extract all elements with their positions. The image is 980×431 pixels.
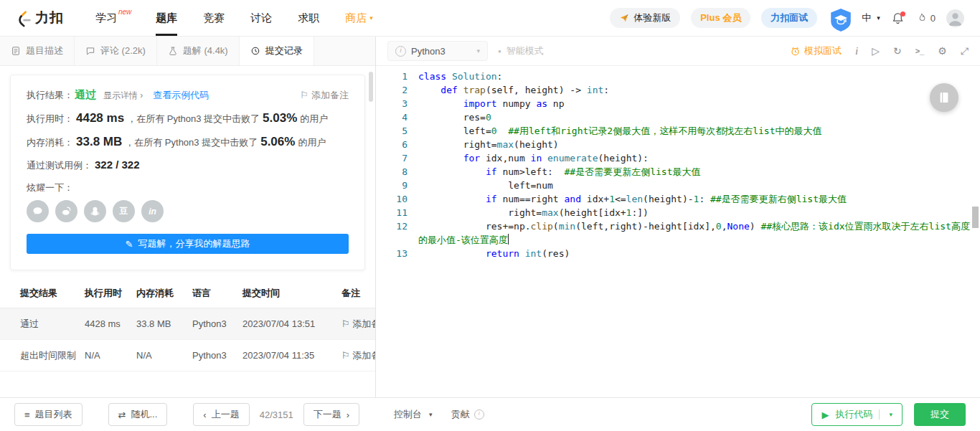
nav-item-jobs[interactable]: 求职 — [298, 0, 319, 36]
code-line-content[interactable]: if num==right and idx+1<=len(height)-1: … — [418, 192, 980, 206]
contribute-link[interactable]: 贡献 i — [451, 408, 484, 421]
code-line[interactable]: 10 if num==right and idx+1<=len(height)-… — [376, 192, 980, 206]
play-icon: ▶ — [821, 410, 829, 420]
submission-note-button[interactable]: ⚐ 添加备注 — [337, 340, 375, 371]
leetcode-interview-button[interactable]: 力扣面试 — [761, 8, 817, 28]
code-line[interactable]: 13 return int(res) — [376, 247, 980, 260]
code-line[interactable]: 4 res=0 — [376, 110, 980, 124]
daily-streak[interactable]: 0 — [915, 12, 936, 24]
prev-problem-label: 上一题 — [212, 408, 240, 421]
logo-text: 力扣 — [35, 9, 64, 27]
code-line[interactable]: 5 left=0 ##用left和right记录2侧最大值，这样不用每次都找左右… — [376, 124, 980, 138]
code-editor[interactable]: 1class Solution:2 def trap(self, height)… — [376, 66, 980, 397]
console-icon[interactable]: >_ — [915, 47, 925, 55]
code-line[interactable]: 9 left=num — [376, 179, 980, 192]
code-line-content[interactable]: res=0 — [418, 110, 980, 124]
left-panel-scrollbar[interactable] — [369, 72, 373, 102]
show-details-link[interactable]: 显示详情 › — [103, 90, 143, 102]
chevron-right-icon: › — [347, 410, 349, 420]
language-switcher[interactable]: 中 ▾ — [862, 11, 880, 24]
share-qq-button[interactable] — [84, 200, 106, 222]
leetcode-logo[interactable]: 力扣 — [14, 9, 64, 27]
tab-submissions[interactable]: 提交记录 — [240, 37, 314, 65]
editor-info-icon[interactable]: i — [855, 45, 858, 57]
submission-row[interactable]: 通过 4428 ms 33.8 MB Python3 2023/07/04 13… — [0, 308, 375, 340]
new-badge: new — [118, 8, 131, 16]
share-douban-button[interactable]: 豆 — [113, 200, 135, 222]
clock-icon — [250, 46, 260, 56]
share-wechat-button[interactable] — [27, 200, 49, 222]
submission-result[interactable]: 超出时间限制 — [0, 340, 80, 371]
problem-list-button[interactable]: ≡ 题目列表 — [14, 403, 83, 426]
top-navbar: 力扣 学习 new 题库 竞赛 讨论 求职 商店 ▾ — [0, 0, 980, 37]
chevron-down-icon: ▾ — [877, 14, 880, 22]
chevron-down-icon: ▾ — [429, 411, 433, 418]
submission-result[interactable]: 通过 — [0, 308, 80, 340]
code-line[interactable]: 7 for idx,num in enumerate(height): — [376, 151, 980, 165]
nav-item-store[interactable]: 商店 ▾ — [345, 0, 373, 36]
share-linkedin-button[interactable]: in — [141, 200, 164, 222]
editor-scrollbar[interactable] — [972, 207, 979, 228]
try-new-version-label: 体验新版 — [633, 11, 671, 24]
code-line-content[interactable]: right=max(height[idx+1:]) — [418, 206, 980, 219]
share-weibo-button[interactable] — [55, 200, 77, 222]
brag-label: 炫耀一下： — [27, 181, 73, 194]
plus-member-button[interactable]: Plus 会员 — [691, 8, 750, 28]
notebook-button[interactable] — [930, 83, 958, 112]
pencil-icon: ✎ — [126, 240, 133, 249]
code-line-content[interactable]: left=0 ##用left和right记录2侧最大值，这样不用每次都找左右li… — [418, 124, 980, 138]
tab-solutions[interactable]: 题解 (4.4k) — [157, 37, 240, 65]
code-line[interactable]: 3 import numpy as np — [376, 97, 980, 110]
run-icon[interactable]: ▷ — [872, 45, 880, 57]
code-line[interactable]: 12 res+=np.clip(min(left,right)-height[i… — [376, 219, 980, 247]
code-line-content[interactable]: def trap(self, height) -> int: — [418, 83, 980, 97]
add-note-button[interactable]: ⚐ 添加备注 — [300, 89, 349, 102]
code-line[interactable]: 1class Solution: — [376, 70, 980, 83]
submit-button[interactable]: 提交 — [914, 403, 966, 426]
user-avatar[interactable] — [946, 9, 964, 27]
text-cursor — [508, 234, 509, 245]
leetcode-logo-icon — [14, 9, 32, 27]
submission-language: Python3 — [188, 340, 238, 371]
editor-toolbar-actions: 模拟面试 i ▷ ↻ >_ ⚙ ⤢ — [790, 44, 969, 57]
nav-item-contest[interactable]: 竞赛 — [203, 0, 225, 36]
code-line-content[interactable]: return int(res) — [418, 247, 980, 260]
code-line-content[interactable]: res+=np.clip(min(left,right)-height[idx]… — [418, 219, 980, 247]
notifications-button[interactable] — [891, 11, 905, 25]
write-solution-button[interactable]: ✎ 写题解，分享我的解题思路 — [27, 234, 349, 254]
code-line-content[interactable]: right=max(height) — [418, 138, 980, 151]
study-plan-badge[interactable] — [828, 7, 854, 35]
random-problem-button[interactable]: ⇄ 随机... — [108, 403, 168, 426]
prev-problem-button[interactable]: ‹ 上一题 — [193, 403, 249, 426]
code-line-content[interactable]: if num>left: ##是否需要更新左侧list最大值 — [418, 165, 980, 179]
language-select[interactable]: i Python3 ▾ — [387, 41, 488, 61]
fullscreen-icon[interactable]: ⤢ — [961, 45, 969, 57]
streak-count: 0 — [930, 13, 936, 24]
code-line-content[interactable]: class Solution: — [418, 70, 980, 83]
tab-comments[interactable]: 评论 (2.2k) — [75, 37, 157, 65]
code-line[interactable]: 8 if num>left: ##是否需要更新左侧list最大值 — [376, 165, 980, 179]
reset-code-icon[interactable]: ↻ — [893, 45, 902, 57]
code-line[interactable]: 2 def trap(self, height) -> int: — [376, 83, 980, 97]
nav-item-learn[interactable]: 学习 new — [95, 0, 130, 36]
code-line-content[interactable]: for idx,num in enumerate(height): — [418, 151, 980, 165]
alarm-clock-icon — [790, 46, 801, 57]
settings-gear-icon[interactable]: ⚙ — [938, 45, 947, 57]
code-line[interactable]: 11 right=max(height[idx+1:]) — [376, 206, 980, 219]
smart-mode-indicator[interactable]: ● 智能模式 — [498, 44, 544, 57]
run-code-button[interactable]: ▶ 执行代码 ▾ — [811, 403, 903, 426]
code-line[interactable]: 6 right=max(height) — [376, 138, 980, 151]
submission-note-button[interactable]: ⚐ 添加备注 — [337, 308, 375, 340]
nav-item-problems[interactable]: 题库 — [156, 0, 177, 36]
try-new-version-button[interactable]: 体验新版 — [610, 8, 680, 28]
editor-toolbar: i Python3 ▾ ● 智能模式 模拟面试 i ▷ ↻ >_ — [376, 37, 980, 66]
code-line-content[interactable]: import numpy as np — [418, 97, 980, 110]
submission-row[interactable]: 超出时间限制 N/A N/A Python3 2023/07/04 11:35 … — [0, 340, 375, 371]
view-sample-code-link[interactable]: 查看示例代码 — [153, 89, 209, 102]
next-problem-button[interactable]: 下一题 › — [303, 403, 359, 426]
tab-description[interactable]: 题目描述 — [0, 37, 75, 65]
code-line-content[interactable]: left=num — [418, 179, 980, 192]
mock-interview-button[interactable]: 模拟面试 — [790, 44, 842, 57]
nav-item-discuss[interactable]: 讨论 — [250, 0, 272, 36]
console-toggle[interactable]: 控制台 ▾ — [394, 408, 433, 421]
